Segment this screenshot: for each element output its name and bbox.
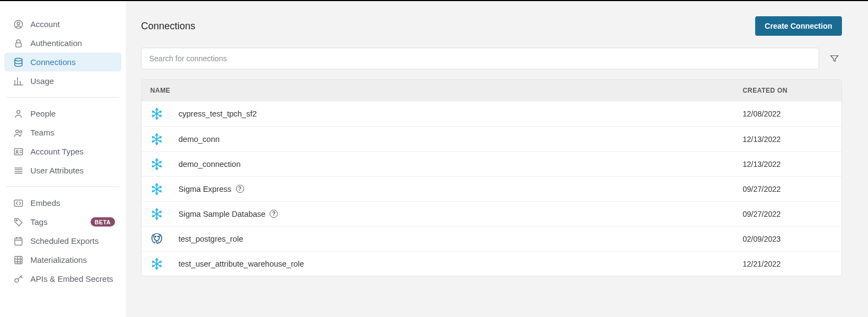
- connection-name: demo_connection: [170, 160, 738, 169]
- sidebar-item-label: Materializations: [30, 255, 115, 264]
- created-on-date: 12/13/2022: [738, 135, 841, 144]
- snowflake-icon: [150, 257, 163, 270]
- column-name-header: NAME: [142, 87, 738, 94]
- created-on-date: 12/21/2022: [738, 260, 841, 268]
- grid-icon: [12, 255, 25, 266]
- table-row[interactable]: demo_connection 12/13/2022: [142, 151, 841, 176]
- create-connection-button[interactable]: Create Connection: [755, 16, 842, 36]
- connection-name: cypress_test_tpch_sf2: [170, 109, 738, 118]
- sidebar-item-label: APIs & Embed Secrets: [30, 274, 115, 283]
- lines-icon: [12, 165, 25, 176]
- search-input[interactable]: [141, 48, 819, 69]
- sidebar-item-label: Embeds: [30, 198, 115, 208]
- database-icon: [12, 57, 25, 68]
- table-row[interactable]: demo_conn 12/13/2022: [142, 126, 841, 151]
- svg-point-6: [20, 131, 22, 133]
- svg-rect-12: [15, 256, 22, 263]
- snowflake-icon: [150, 107, 163, 120]
- svg-point-1: [17, 22, 20, 24]
- sidebar-divider: [7, 97, 119, 98]
- svg-rect-11: [15, 238, 22, 245]
- sidebar-item-embeds[interactable]: Embeds: [4, 193, 122, 212]
- connection-name-text: Sigma Express: [178, 185, 232, 193]
- sidebar-item-label: Usage: [30, 76, 115, 86]
- page-title: Connections: [141, 21, 195, 32]
- sidebar-item-label: People: [30, 109, 115, 118]
- snowflake-icon: [150, 158, 163, 171]
- connection-name: demo_conn: [170, 135, 738, 144]
- main-content: Connections Create Connection NAME CREAT…: [126, 1, 868, 317]
- table-row[interactable]: cypress_test_tpch_sf2 12/08/2022: [142, 101, 841, 126]
- svg-rect-9: [15, 200, 23, 206]
- sidebar-item-label: Teams: [30, 128, 115, 137]
- calendar-icon: [12, 236, 25, 247]
- sidebar-item-label: Connections: [30, 57, 115, 67]
- sidebar-item-label: Account: [30, 20, 115, 29]
- connection-name-text: Sigma Sample Database: [178, 210, 265, 218]
- chart-icon: [12, 76, 25, 87]
- help-icon[interactable]: ?: [236, 185, 244, 193]
- created-on-date: 09/27/2022: [738, 185, 841, 193]
- sidebar-item-usage[interactable]: Usage: [4, 72, 122, 90]
- sidebar-item-label: Scheduled Exports: [30, 236, 115, 245]
- snowflake-icon: [150, 208, 163, 221]
- postgres-icon: [150, 232, 163, 245]
- filter-icon: [829, 54, 839, 63]
- tag-icon: [12, 217, 25, 228]
- svg-point-5: [16, 130, 18, 133]
- svg-point-8: [16, 150, 18, 152]
- sidebar-item-account-types[interactable]: Account Types: [4, 142, 122, 161]
- sidebar-item-tags[interactable]: Tags BETA: [4, 212, 122, 231]
- people-icon: [12, 127, 25, 138]
- person-icon: [12, 108, 25, 119]
- connection-name-text: test_postgres_role: [178, 235, 243, 243]
- sidebar-divider: [7, 186, 119, 187]
- snowflake-icon: [150, 133, 163, 146]
- connection-name-text: cypress_test_tpch_sf2: [178, 109, 257, 118]
- connection-name-text: demo_conn: [178, 135, 220, 144]
- table-row[interactable]: test_user_attribute_warehouse_role 12/21…: [142, 251, 841, 276]
- search-bar: [141, 48, 842, 69]
- code-icon: [12, 198, 25, 209]
- sidebar-item-authentication[interactable]: Authentication: [4, 34, 122, 53]
- table-row[interactable]: Sigma Express ? 09/27/2022: [142, 176, 841, 201]
- connection-name: test_postgres_role: [170, 235, 738, 243]
- page-header: Connections Create Connection: [141, 16, 842, 36]
- id-card-icon: [12, 146, 25, 157]
- sidebar-item-connections[interactable]: Connections: [4, 53, 122, 72]
- created-on-date: 12/08/2022: [738, 109, 841, 118]
- connection-name: Sigma Sample Database ?: [170, 210, 738, 218]
- sidebar-item-materializations[interactable]: Materializations: [4, 250, 122, 269]
- created-on-date: 02/09/2023: [738, 235, 841, 243]
- sidebar-item-label: Tags: [30, 217, 91, 227]
- sidebar-item-teams[interactable]: Teams: [4, 123, 122, 142]
- sidebar-item-user-attributes[interactable]: User Attributes: [4, 161, 122, 180]
- snowflake-icon: [150, 183, 163, 196]
- table-row[interactable]: Sigma Sample Database ? 09/27/2022: [142, 201, 841, 226]
- svg-point-15: [158, 236, 159, 237]
- filter-button[interactable]: [827, 48, 842, 69]
- key-icon: [12, 274, 25, 284]
- created-on-date: 09/27/2022: [738, 210, 841, 218]
- svg-rect-2: [16, 43, 21, 47]
- sidebar-item-label: Authentication: [30, 38, 115, 48]
- beta-badge: BETA: [91, 217, 115, 227]
- connection-name-text: demo_connection: [178, 160, 240, 169]
- svg-point-10: [16, 219, 17, 221]
- user-circle-icon: [12, 19, 25, 30]
- sidebar: Account Authentication Connections Usage…: [0, 1, 126, 317]
- help-icon[interactable]: ?: [270, 210, 278, 218]
- sidebar-item-apis[interactable]: APIs & Embed Secrets: [4, 269, 122, 288]
- connection-name-text: test_user_attribute_warehouse_role: [178, 260, 304, 268]
- sidebar-item-label: User Attributes: [30, 166, 115, 175]
- sidebar-item-scheduled-exports[interactable]: Scheduled Exports: [4, 231, 122, 250]
- lock-icon: [12, 38, 25, 49]
- sidebar-item-label: Account Types: [30, 147, 115, 156]
- sidebar-item-people[interactable]: People: [4, 104, 122, 123]
- column-created-header: CREATED ON: [738, 87, 841, 94]
- svg-rect-7: [15, 148, 23, 155]
- connection-name: test_user_attribute_warehouse_role: [170, 260, 738, 268]
- sidebar-item-account[interactable]: Account: [4, 15, 122, 34]
- table-row[interactable]: test_postgres_role 02/09/2023: [142, 226, 841, 251]
- svg-point-14: [155, 236, 156, 237]
